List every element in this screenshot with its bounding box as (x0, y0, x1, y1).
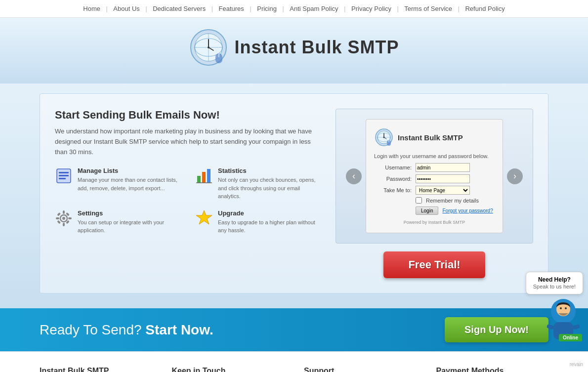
footer-support-title: Support (304, 367, 417, 372)
takemeto-label: Take Me to: (374, 187, 414, 193)
nav-dedicated[interactable]: Dedicated Servers (149, 5, 210, 12)
feature-upgrade: Upgrade Easy to upgrade to a higher plan… (195, 209, 321, 235)
nav-about[interactable]: About Us (109, 5, 143, 12)
nav-features[interactable]: Features (215, 5, 248, 12)
nav-tos[interactable]: Terms of Service (400, 5, 456, 12)
footer-brand-col: Instant Bulk SMTP Helpline: +1 (347) 349… (40, 367, 152, 372)
settings-icon (55, 209, 73, 227)
svg-rect-20 (63, 210, 65, 214)
nav-sep-3: | (211, 5, 213, 12)
forgot-password-link[interactable]: Forgot your password? (442, 208, 493, 213)
svg-rect-47 (546, 324, 554, 330)
nav-sep-7: | (397, 5, 399, 12)
site-title: Instant Bulk SMTP (234, 37, 399, 58)
settings-desc: You can setup or integrate with your app… (78, 218, 180, 235)
free-trial-button[interactable]: Free Trial! (383, 251, 485, 278)
password-label: Password: (374, 176, 414, 182)
nav-pricing[interactable]: Pricing (253, 5, 281, 12)
footer-payment-col: Payment Methods VISA AMEX PayPal W.Union… (436, 367, 549, 372)
statistics-text: Statistics Not only can you check bounce… (218, 167, 321, 201)
carousel-prev-button[interactable]: ‹ (346, 168, 362, 184)
footer-support-col: Support Create a Support Ticket FAQs For… (304, 367, 417, 372)
screenshot-carousel: ‹ (336, 109, 533, 244)
nav-sep-8: | (458, 5, 460, 12)
statistics-desc: Not only can you check bounces, opens, a… (218, 176, 321, 201)
chat-subtitle: Speak to us here! (533, 284, 576, 289)
online-status-badge: Online (559, 334, 582, 341)
ss-brand-title: Instant Bulk SMTP (398, 133, 463, 142)
cta-banner: Ready To Send? Start Now. Sign Up Now! (0, 308, 588, 351)
chat-title: Need Help? (533, 276, 576, 283)
powered-by-text: Powered by Instant Bulk SMTP (404, 220, 465, 225)
svg-point-19 (62, 217, 65, 220)
site-header: Instant Bulk SMTP (0, 18, 588, 83)
nav-home[interactable]: Home (79, 5, 104, 12)
cta-start-text: Start Now. (145, 322, 213, 337)
nav-antispam[interactable]: Anti Spam Policy (286, 5, 342, 12)
svg-rect-24 (57, 212, 61, 216)
username-input[interactable] (416, 163, 470, 172)
svg-rect-22 (56, 217, 59, 219)
chat-avatar-wrapper: Online (544, 296, 583, 342)
hero-heading: Start Sending Bulk Emails Now! (55, 109, 321, 122)
manage-lists-text: Manage Lists Manage your more than one c… (78, 167, 180, 192)
feature-settings: Settings You can setup or integrate with… (55, 209, 180, 235)
login-prompt: Login with your username and password be… (374, 153, 495, 159)
svg-rect-13 (59, 178, 66, 179)
footer-brand-title: Instant Bulk SMTP (40, 367, 152, 372)
features-grid: Manage Lists Manage your more than one c… (55, 167, 321, 235)
svg-marker-28 (196, 210, 212, 224)
feature-manage-lists: Manage Lists Manage your more than one c… (55, 167, 180, 201)
hero-left: Start Sending Bulk Emails Now! We unders… (55, 109, 321, 235)
footer-payment-title: Payment Methods (436, 367, 549, 372)
upgrade-title: Upgrade (218, 209, 321, 217)
svg-rect-11 (59, 172, 69, 173)
nav-privacy[interactable]: Privacy Policy (347, 5, 395, 12)
takemeto-row: Take Me to: Home Page (374, 186, 495, 195)
upgrade-icon (195, 209, 213, 227)
login-actions: Login Forgot your password? (374, 207, 495, 215)
top-navigation: Home | About Us | Dedicated Servers | Fe… (0, 0, 588, 18)
svg-point-44 (560, 307, 562, 309)
hero-panel: Start Sending Bulk Emails Now! We unders… (40, 93, 548, 293)
svg-rect-15 (202, 172, 206, 183)
password-row: Password: (374, 174, 495, 183)
nav-sep-2: | (145, 5, 147, 12)
login-form: Login with your username and password be… (374, 153, 495, 225)
svg-rect-48 (572, 324, 580, 330)
nav-sep-4: | (250, 5, 251, 12)
manage-lists-desc: Manage your more than one contact lists,… (78, 176, 180, 192)
manage-lists-icon (55, 167, 73, 185)
chat-widget[interactable]: Need Help? Speak to us here! Online (526, 272, 583, 342)
nav-sep-5: | (283, 5, 284, 12)
footer-keepintouch-title: Keep in Touch (172, 367, 285, 372)
svg-rect-14 (197, 176, 201, 183)
carousel-next-button[interactable]: › (507, 168, 523, 184)
remember-label: Remember my details (426, 198, 479, 204)
nav-sep-1: | (106, 5, 108, 12)
ss-footer: Powered by Instant Bulk SMTP (374, 220, 495, 225)
takemeto-select[interactable]: Home Page (416, 186, 470, 195)
cta-ready-text: Ready To Send? (40, 322, 142, 337)
username-label: Username: (374, 165, 414, 170)
password-input[interactable] (416, 174, 470, 183)
manage-lists-title: Manage Lists (78, 167, 180, 174)
footer-keepintouch-col: Keep in Touch (172, 367, 285, 372)
username-row: Username: (374, 163, 495, 172)
logo: Instant Bulk SMTP (189, 28, 399, 67)
login-button[interactable]: Login (416, 207, 438, 215)
watermark: revain (570, 362, 583, 367)
cta-text: Ready To Send? Start Now. (40, 322, 213, 338)
logo-icon (189, 28, 228, 67)
chat-bubble: Need Help? Speak to us here! (526, 272, 583, 294)
svg-rect-21 (63, 223, 65, 226)
ss-logo-icon (374, 127, 394, 147)
svg-rect-16 (207, 169, 210, 183)
hero-right: ‹ (336, 109, 533, 278)
hero-description: We understand how important role marketi… (55, 126, 321, 157)
feature-statistics: Statistics Not only can you check bounce… (195, 167, 321, 201)
svg-rect-26 (57, 220, 61, 224)
remember-checkbox[interactable] (416, 197, 422, 204)
nav-refund[interactable]: Refund Policy (461, 5, 508, 12)
site-footer: Instant Bulk SMTP Helpline: +1 (347) 349… (0, 351, 588, 372)
